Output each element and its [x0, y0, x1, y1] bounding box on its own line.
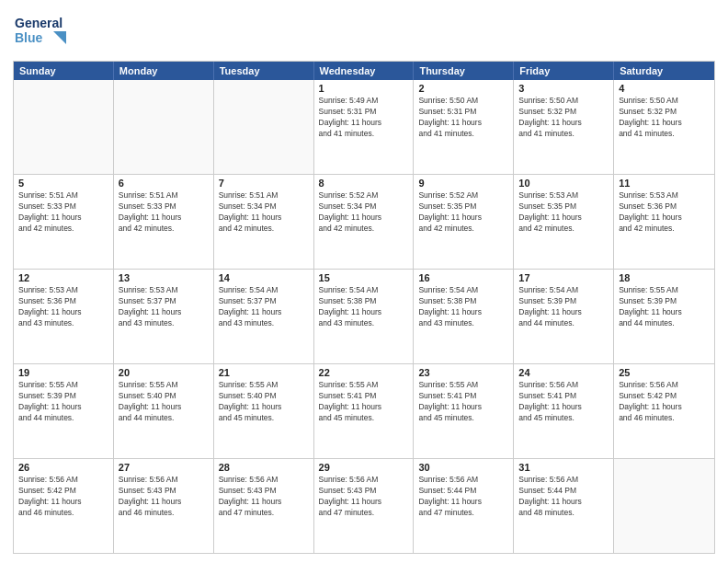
cell-info: Sunrise: 5:50 AM Sunset: 5:32 PM Dayligh… [518, 96, 609, 140]
calendar-cell [614, 459, 714, 553]
cell-day-number: 26 [18, 462, 108, 473]
cell-day-number: 7 [219, 178, 309, 189]
cell-day-number: 9 [418, 178, 508, 189]
calendar-cell: 6Sunrise: 5:51 AM Sunset: 5:33 PM Daylig… [114, 175, 214, 269]
cell-info: Sunrise: 5:53 AM Sunset: 5:36 PM Dayligh… [619, 190, 710, 235]
cell-info: Sunrise: 5:51 AM Sunset: 5:34 PM Dayligh… [219, 190, 309, 235]
cell-info: Sunrise: 5:53 AM Sunset: 5:36 PM Dayligh… [18, 285, 108, 329]
cell-info: Sunrise: 5:56 AM Sunset: 5:42 PM Dayligh… [619, 380, 710, 424]
cell-day-number: 4 [619, 83, 710, 94]
calendar-row-2: 12Sunrise: 5:53 AM Sunset: 5:36 PM Dayli… [14, 269, 714, 363]
cell-day-number: 22 [319, 367, 409, 378]
svg-marker-2 [53, 31, 66, 44]
calendar-cell: 31Sunrise: 5:56 AM Sunset: 5:44 PM Dayli… [514, 459, 614, 553]
cell-day-number: 14 [219, 272, 309, 283]
calendar-cell: 24Sunrise: 5:56 AM Sunset: 5:41 PM Dayli… [514, 364, 614, 458]
cell-info: Sunrise: 5:50 AM Sunset: 5:32 PM Dayligh… [619, 96, 710, 140]
cell-info: Sunrise: 5:56 AM Sunset: 5:44 PM Dayligh… [518, 475, 609, 519]
calendar-header: SundayMondayTuesdayWednesdayThursdayFrid… [14, 62, 714, 80]
cell-info: Sunrise: 5:52 AM Sunset: 5:34 PM Dayligh… [319, 190, 409, 235]
calendar-cell: 10Sunrise: 5:53 AM Sunset: 5:35 PM Dayli… [514, 175, 614, 269]
logo: General Blue [13, 9, 68, 55]
calendar-row-4: 26Sunrise: 5:56 AM Sunset: 5:42 PM Dayli… [14, 458, 714, 553]
calendar-cell: 9Sunrise: 5:52 AM Sunset: 5:35 PM Daylig… [414, 175, 514, 269]
calendar-cell: 11Sunrise: 5:53 AM Sunset: 5:36 PM Dayli… [614, 175, 714, 269]
cell-info: Sunrise: 5:56 AM Sunset: 5:43 PM Dayligh… [319, 475, 409, 519]
cell-day-number: 13 [119, 272, 209, 283]
calendar-cell [14, 80, 114, 174]
cell-info: Sunrise: 5:56 AM Sunset: 5:43 PM Dayligh… [119, 475, 209, 519]
cell-day-number: 23 [418, 367, 508, 378]
cell-day-number: 16 [418, 272, 508, 283]
header-day-monday: Monday [114, 62, 214, 80]
calendar-row-3: 19Sunrise: 5:55 AM Sunset: 5:39 PM Dayli… [14, 363, 714, 458]
cell-info: Sunrise: 5:55 AM Sunset: 5:39 PM Dayligh… [619, 285, 710, 329]
calendar-cell: 20Sunrise: 5:55 AM Sunset: 5:40 PM Dayli… [114, 364, 214, 458]
calendar-cell: 2Sunrise: 5:50 AM Sunset: 5:31 PM Daylig… [414, 80, 514, 174]
calendar-cell [114, 80, 214, 174]
cell-info: Sunrise: 5:50 AM Sunset: 5:31 PM Dayligh… [418, 96, 508, 140]
calendar-body: 1Sunrise: 5:49 AM Sunset: 5:31 PM Daylig… [14, 80, 714, 553]
cell-info: Sunrise: 5:55 AM Sunset: 5:40 PM Dayligh… [119, 380, 209, 424]
calendar-cell: 15Sunrise: 5:54 AM Sunset: 5:38 PM Dayli… [314, 270, 415, 363]
cell-info: Sunrise: 5:54 AM Sunset: 5:38 PM Dayligh… [319, 285, 409, 329]
calendar-row-1: 5Sunrise: 5:51 AM Sunset: 5:33 PM Daylig… [14, 174, 714, 269]
cell-day-number: 30 [418, 462, 508, 473]
cell-info: Sunrise: 5:55 AM Sunset: 5:41 PM Dayligh… [319, 380, 409, 424]
header-day-tuesday: Tuesday [214, 62, 314, 80]
cell-day-number: 6 [119, 178, 209, 189]
calendar-cell: 4Sunrise: 5:50 AM Sunset: 5:32 PM Daylig… [614, 80, 714, 174]
header: General Blue [13, 9, 715, 55]
cell-day-number: 15 [319, 272, 409, 283]
cell-info: Sunrise: 5:56 AM Sunset: 5:42 PM Dayligh… [18, 475, 108, 519]
cell-day-number: 24 [518, 367, 609, 378]
cell-info: Sunrise: 5:56 AM Sunset: 5:41 PM Dayligh… [518, 380, 609, 424]
calendar-cell: 27Sunrise: 5:56 AM Sunset: 5:43 PM Dayli… [114, 459, 214, 553]
cell-info: Sunrise: 5:55 AM Sunset: 5:41 PM Dayligh… [418, 380, 508, 424]
page: General Blue SundayMondayTuesdayWednesda… [0, 0, 728, 563]
logo-icon: General Blue [13, 9, 68, 55]
cell-day-number: 29 [319, 462, 409, 473]
cell-day-number: 25 [619, 367, 710, 378]
calendar-cell: 8Sunrise: 5:52 AM Sunset: 5:34 PM Daylig… [314, 175, 415, 269]
cell-day-number: 12 [18, 272, 108, 283]
cell-info: Sunrise: 5:56 AM Sunset: 5:43 PM Dayligh… [219, 475, 309, 519]
calendar-cell: 17Sunrise: 5:54 AM Sunset: 5:39 PM Dayli… [514, 270, 614, 363]
cell-info: Sunrise: 5:49 AM Sunset: 5:31 PM Dayligh… [319, 96, 409, 140]
cell-day-number: 19 [18, 367, 108, 378]
cell-day-number: 11 [619, 178, 710, 189]
calendar-cell: 3Sunrise: 5:50 AM Sunset: 5:32 PM Daylig… [514, 80, 614, 174]
calendar-cell: 14Sunrise: 5:54 AM Sunset: 5:37 PM Dayli… [214, 270, 314, 363]
calendar-cell: 7Sunrise: 5:51 AM Sunset: 5:34 PM Daylig… [214, 175, 314, 269]
svg-text:General: General [15, 16, 63, 30]
calendar-cell: 25Sunrise: 5:56 AM Sunset: 5:42 PM Dayli… [614, 364, 714, 458]
cell-info: Sunrise: 5:56 AM Sunset: 5:44 PM Dayligh… [418, 475, 508, 519]
cell-info: Sunrise: 5:53 AM Sunset: 5:35 PM Dayligh… [518, 190, 609, 235]
cell-day-number: 28 [219, 462, 309, 473]
header-day-thursday: Thursday [414, 62, 514, 80]
calendar-cell: 1Sunrise: 5:49 AM Sunset: 5:31 PM Daylig… [314, 80, 415, 174]
calendar-cell: 28Sunrise: 5:56 AM Sunset: 5:43 PM Dayli… [214, 459, 314, 553]
calendar-cell: 23Sunrise: 5:55 AM Sunset: 5:41 PM Dayli… [414, 364, 514, 458]
header-day-saturday: Saturday [614, 62, 714, 80]
cell-day-number: 10 [518, 178, 609, 189]
svg-text:Blue: Blue [15, 30, 43, 45]
cell-info: Sunrise: 5:54 AM Sunset: 5:38 PM Dayligh… [418, 285, 508, 329]
calendar: SundayMondayTuesdayWednesdayThursdayFrid… [13, 61, 715, 554]
calendar-row-0: 1Sunrise: 5:49 AM Sunset: 5:31 PM Daylig… [14, 80, 714, 174]
header-day-sunday: Sunday [14, 62, 114, 80]
cell-info: Sunrise: 5:54 AM Sunset: 5:37 PM Dayligh… [219, 285, 309, 329]
calendar-cell [214, 80, 314, 174]
header-day-wednesday: Wednesday [314, 62, 415, 80]
cell-day-number: 3 [518, 83, 609, 94]
cell-day-number: 17 [518, 272, 609, 283]
calendar-cell: 22Sunrise: 5:55 AM Sunset: 5:41 PM Dayli… [314, 364, 415, 458]
calendar-cell: 12Sunrise: 5:53 AM Sunset: 5:36 PM Dayli… [14, 270, 114, 363]
cell-day-number: 18 [619, 272, 710, 283]
calendar-cell: 21Sunrise: 5:55 AM Sunset: 5:40 PM Dayli… [214, 364, 314, 458]
cell-info: Sunrise: 5:54 AM Sunset: 5:39 PM Dayligh… [518, 285, 609, 329]
cell-day-number: 27 [119, 462, 209, 473]
header-day-friday: Friday [514, 62, 614, 80]
calendar-cell: 19Sunrise: 5:55 AM Sunset: 5:39 PM Dayli… [14, 364, 114, 458]
cell-info: Sunrise: 5:55 AM Sunset: 5:39 PM Dayligh… [18, 380, 108, 424]
